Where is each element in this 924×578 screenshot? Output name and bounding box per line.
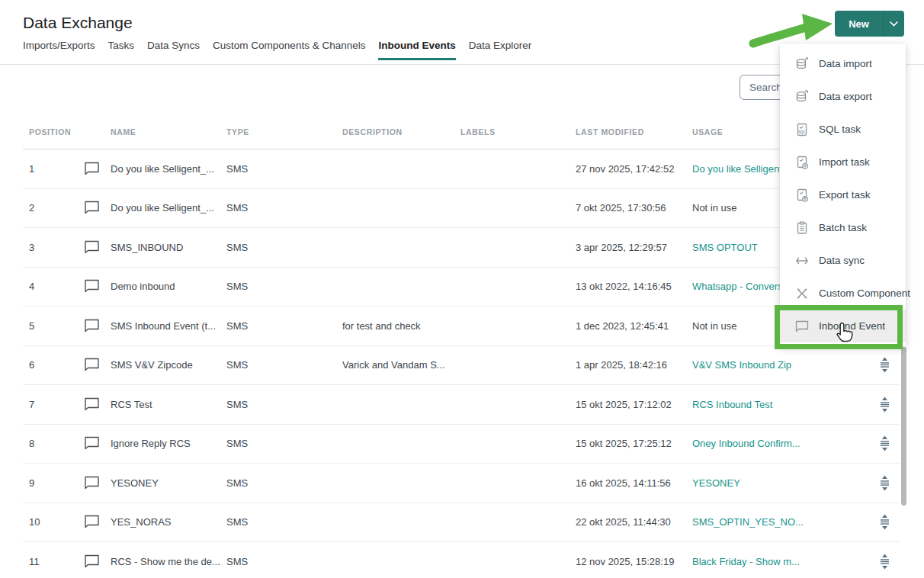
menu-item-sql-task[interactable]: SQL SQL task bbox=[780, 113, 906, 146]
row-name[interactable]: YES_NORAS bbox=[111, 516, 226, 528]
chat-bubble-icon bbox=[84, 515, 111, 529]
row-name[interactable]: YESONEY bbox=[111, 477, 226, 489]
row-last-modified: 15 okt 2025, 17:12:02 bbox=[576, 399, 692, 410]
row-name[interactable]: Do you like Selligent_... bbox=[111, 163, 226, 175]
reorder-handle-icon[interactable] bbox=[869, 475, 900, 491]
table-row[interactable]: 7 RCS Test SMS 15 okt 2025, 17:12:02 RCS… bbox=[23, 385, 900, 425]
menu-item-label: Data sync bbox=[819, 255, 865, 266]
chat-bubble-icon bbox=[84, 201, 111, 215]
row-name[interactable]: Do you like Selligent_... bbox=[111, 202, 226, 214]
row-name[interactable]: RCS - Show me the de... bbox=[111, 556, 226, 567]
column-header-type[interactable]: TYPE bbox=[226, 127, 342, 136]
table-row[interactable]: 3 SMS_INBOUND SMS 3 apr 2025, 12:29:57 S… bbox=[23, 228, 900, 268]
row-type: SMS bbox=[226, 242, 342, 253]
table-row[interactable]: 10 YES_NORAS SMS 22 okt 2025, 11:44:30 S… bbox=[23, 503, 900, 543]
export-task-icon bbox=[795, 188, 809, 202]
reorder-handle-icon[interactable] bbox=[869, 357, 900, 373]
row-name[interactable]: SMS V&V Zipcode bbox=[111, 359, 226, 371]
menu-item-data-export[interactable]: Data export bbox=[780, 80, 906, 113]
table-row[interactable]: 2 Do you like Selligent_... SMS 7 okt 20… bbox=[23, 189, 900, 229]
row-last-modified: 16 okt 2025, 14:11:56 bbox=[576, 477, 692, 489]
reorder-handle-icon[interactable] bbox=[869, 435, 900, 451]
table-row[interactable]: 8 Ignore Reply RCS SMS 15 okt 2025, 17:2… bbox=[23, 425, 900, 464]
column-header-labels[interactable]: LABELS bbox=[460, 127, 576, 136]
row-usage-link[interactable]: YESONEY bbox=[692, 477, 869, 489]
row-usage-link[interactable]: V&V SMS Inbound Zip bbox=[692, 359, 869, 371]
data-exchange-page: Data Exchange Imports/ExportsTasksData S… bbox=[0, 0, 924, 578]
tab-tasks[interactable]: Tasks bbox=[108, 40, 135, 60]
chat-bubble-icon bbox=[84, 240, 111, 255]
menu-item-label: Export task bbox=[819, 189, 871, 201]
chat-bubble-icon bbox=[84, 162, 111, 176]
column-header-last-modified[interactable]: LAST MODIFIED bbox=[576, 127, 692, 136]
column-header-name[interactable]: NAME bbox=[111, 127, 226, 136]
table-row[interactable]: 5 SMS Inbound Event (t... SMS for test a… bbox=[23, 307, 900, 346]
new-dropdown-menu: Data import Data export SQL SQL task bbox=[780, 43, 906, 346]
table-row[interactable]: 11 RCS - Show me the de... SMS 12 nov 20… bbox=[23, 542, 900, 578]
table-row[interactable]: 1 Do you like Selligent_... SMS 27 nov 2… bbox=[23, 149, 900, 189]
tab-bar: Imports/ExportsTasksData SyncsCustom Com… bbox=[23, 40, 531, 60]
row-type: SMS bbox=[226, 359, 342, 371]
row-usage-link[interactable]: SMS_OPTIN_YES_NO... bbox=[692, 516, 869, 528]
menu-item-label: Batch task bbox=[819, 222, 867, 233]
chevron-down-icon bbox=[883, 11, 904, 37]
row-name[interactable]: RCS Test bbox=[111, 399, 226, 410]
tab-imports-exports[interactable]: Imports/Exports bbox=[23, 40, 95, 60]
row-last-modified: 7 okt 2025, 17:30:56 bbox=[576, 202, 692, 214]
row-name[interactable]: SMS_INBOUND bbox=[111, 242, 226, 253]
menu-item-inbound-event[interactable]: Inbound Event bbox=[780, 310, 906, 342]
menu-item-custom-component[interactable]: Custom Component bbox=[780, 277, 906, 310]
row-type: SMS bbox=[226, 320, 342, 332]
column-header-description[interactable]: DESCRIPTION bbox=[342, 127, 460, 136]
reorder-handle-icon[interactable] bbox=[869, 397, 900, 413]
menu-item-export-task[interactable]: Export task bbox=[780, 178, 906, 211]
row-position: 7 bbox=[23, 399, 84, 410]
tab-inbound-events[interactable]: Inbound Events bbox=[378, 40, 455, 60]
row-last-modified: 3 apr 2025, 12:29:57 bbox=[576, 242, 692, 253]
row-position: 10 bbox=[23, 516, 84, 528]
inbound-events-table: POSITION NAME TYPE DESCRIPTION LABELS LA… bbox=[23, 114, 900, 578]
menu-item-label: Data import bbox=[819, 58, 872, 69]
row-type: SMS bbox=[226, 163, 342, 175]
row-usage-link[interactable]: Black Friday - Show m... bbox=[692, 556, 869, 567]
custom-component-icon bbox=[795, 287, 809, 300]
row-type: SMS bbox=[226, 477, 342, 489]
chat-bubble-icon bbox=[84, 397, 111, 412]
column-header-position[interactable]: POSITION bbox=[23, 127, 84, 136]
row-position: 6 bbox=[23, 359, 84, 371]
row-last-modified: 27 nov 2025, 17:42:52 bbox=[576, 163, 692, 175]
data-export-icon bbox=[795, 90, 809, 104]
row-name[interactable]: Demo inbound bbox=[111, 281, 226, 292]
menu-item-label: Inbound Event bbox=[819, 320, 885, 332]
row-position: 8 bbox=[23, 438, 84, 449]
table-row[interactable]: 4 Demo inbound SMS 13 okt 2022, 14:16:45… bbox=[23, 268, 900, 307]
tab-data-syncs[interactable]: Data Syncs bbox=[147, 40, 200, 60]
menu-item-data-import[interactable]: Data import bbox=[780, 47, 906, 80]
row-type: SMS bbox=[226, 438, 342, 449]
tab-custom-components-channels[interactable]: Custom Components & Channels bbox=[213, 40, 365, 60]
reorder-handle-icon[interactable] bbox=[869, 554, 900, 570]
menu-item-label: Data export bbox=[819, 91, 872, 102]
row-name[interactable]: Ignore Reply RCS bbox=[111, 438, 226, 449]
tab-data-explorer[interactable]: Data Explorer bbox=[469, 40, 532, 60]
menu-item-import-task[interactable]: Import task bbox=[780, 146, 906, 178]
scrollbar-thumb[interactable] bbox=[901, 347, 906, 506]
row-position: 2 bbox=[23, 202, 84, 214]
row-type: SMS bbox=[226, 556, 342, 567]
new-button[interactable]: New bbox=[835, 11, 904, 37]
menu-item-batch-task[interactable]: Batch task bbox=[780, 211, 906, 244]
reorder-handle-icon[interactable] bbox=[869, 514, 900, 530]
menu-item-data-sync[interactable]: Data sync bbox=[780, 244, 906, 277]
data-sync-icon bbox=[795, 254, 809, 268]
menu-item-label: SQL task bbox=[819, 124, 861, 135]
svg-text:SQL: SQL bbox=[798, 130, 806, 134]
table-row[interactable]: 9 YESONEY SMS 16 okt 2025, 14:11:56 YESO… bbox=[23, 464, 900, 503]
row-usage-link[interactable]: Oney Inbound Confirm... bbox=[692, 438, 869, 449]
table-row[interactable]: 6 SMS V&V Zipcode SMS Varick and Vandam … bbox=[23, 346, 900, 386]
row-position: 1 bbox=[23, 163, 84, 175]
row-usage-link[interactable]: RCS Inbound Test bbox=[692, 399, 869, 410]
table-body: 1 Do you like Selligent_... SMS 27 nov 2… bbox=[23, 149, 900, 578]
row-name[interactable]: SMS Inbound Event (t... bbox=[111, 320, 226, 332]
row-position: 11 bbox=[23, 556, 84, 567]
chat-bubble-icon bbox=[84, 358, 111, 372]
